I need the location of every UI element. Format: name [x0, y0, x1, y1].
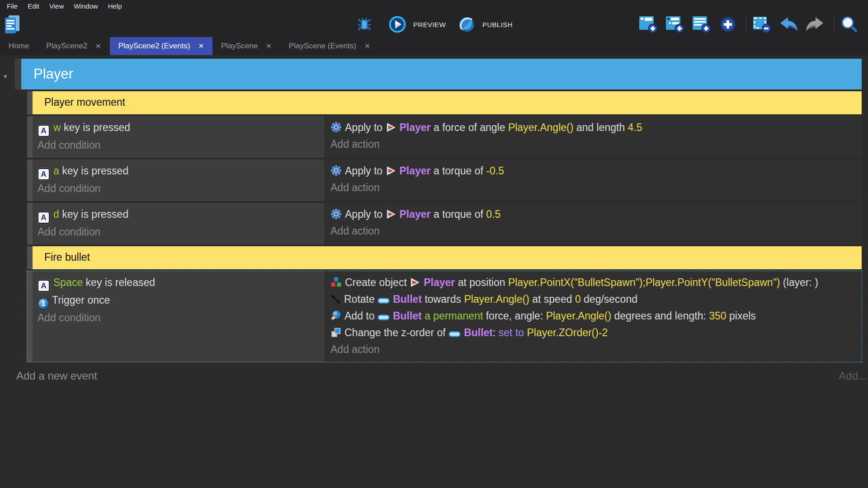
- undo-button[interactable]: [778, 16, 802, 33]
- toolbar: PREVIEW PUBLISH: [0, 12, 868, 37]
- add-condition-button[interactable]: Add condition: [38, 137, 325, 154]
- action[interactable]: Change the z-order of Bullet: set to Pla…: [330, 324, 862, 341]
- action[interactable]: Apply to Player a torque of 0.5: [330, 206, 862, 223]
- bullet-object-icon: [377, 314, 390, 321]
- delete-selection-button[interactable]: [751, 15, 776, 33]
- add-condition-button[interactable]: Add condition: [38, 310, 325, 326]
- menu-window[interactable]: Window: [69, 2, 103, 10]
- add-subevent-button[interactable]: [664, 15, 689, 33]
- collapse-caret-icon[interactable]: ▾: [4, 72, 7, 80]
- search-button[interactable]: [839, 15, 863, 33]
- add-condition-button[interactable]: Add condition: [38, 224, 325, 240]
- tab-playscene-events[interactable]: PlayScene (Events)✕: [280, 37, 379, 55]
- comment-text[interactable]: Player movement: [33, 91, 862, 114]
- event-group-header[interactable]: Player: [21, 59, 862, 89]
- action[interactable]: Apply to Player a force of angle Player.…: [330, 119, 862, 136]
- action[interactable]: Add to Bullet a permanent force, angle: …: [330, 308, 862, 324]
- text-token: at speed: [529, 293, 575, 305]
- text-token: Player.PointX("BulletSpawn");Player.Poin…: [508, 277, 780, 288]
- condition[interactable]: Ad key is pressed: [38, 206, 325, 224]
- event-row: ASpace key is released1Trigger onceAdd c…: [27, 271, 862, 362]
- player-object-icon: [410, 277, 420, 288]
- tab-label: Home: [9, 42, 29, 51]
- tab-label: PlayScene (Events): [289, 42, 356, 51]
- tab-home[interactable]: Home: [0, 37, 38, 55]
- event-group-row: Player: [15, 59, 862, 89]
- text-token: key is pressed: [59, 208, 128, 220]
- add-event-icon: [639, 15, 658, 33]
- add-comment-icon: [692, 15, 711, 33]
- conditions-cell: Ad key is pressedAdd condition: [33, 203, 325, 244]
- conditions-cell: Aa key is pressedAdd condition: [33, 160, 325, 201]
- keyboard-key-icon: A: [38, 168, 50, 180]
- redo-button[interactable]: [804, 16, 829, 33]
- close-tab-icon[interactable]: ✕: [95, 42, 101, 50]
- add-action-button[interactable]: Add action: [330, 223, 862, 239]
- menu-view[interactable]: View: [44, 2, 69, 10]
- condition[interactable]: 1Trigger once: [38, 292, 325, 310]
- events-footer: Add a new event Add...: [16, 370, 867, 382]
- add-new-event-button[interactable]: Add a new event: [16, 370, 97, 382]
- menu-edit[interactable]: Edit: [23, 2, 44, 10]
- text-token: degrees and length:: [611, 310, 709, 322]
- tab-playscene[interactable]: PlayScene✕: [212, 37, 280, 55]
- add-button[interactable]: Add...: [839, 370, 867, 382]
- preview-icon: [388, 15, 406, 33]
- close-tab-icon[interactable]: ✕: [198, 42, 204, 50]
- close-tab-icon[interactable]: ✕: [364, 42, 370, 50]
- redo-icon: [806, 16, 825, 33]
- actions-cell: Apply to Player a torque of -0.5Add acti…: [325, 160, 862, 201]
- add-comment-button[interactable]: [691, 15, 716, 33]
- text-token: Bullet: [464, 327, 493, 338]
- text-token: a torque of: [431, 208, 486, 220]
- group-spine: [15, 59, 21, 89]
- add-condition-button[interactable]: Add condition: [38, 180, 325, 197]
- preview-button[interactable]: PREVIEW: [385, 15, 449, 33]
- delete-selection-icon: [752, 15, 771, 33]
- trigger-once-icon: 1: [38, 298, 49, 310]
- text-token: a force of angle: [431, 122, 508, 133]
- actions-cell: Apply to Player a force of angle Player.…: [325, 116, 862, 158]
- gdevelop-logo-icon: [5, 15, 20, 34]
- event-drag-handle: [27, 116, 33, 158]
- text-token: Player: [400, 122, 431, 133]
- search-icon: [840, 15, 858, 33]
- text-token: Bullet: [393, 310, 422, 322]
- tab-playscene2-events[interactable]: PlayScene2 (Events)✕: [110, 37, 212, 55]
- keyboard-key-icon: A: [38, 125, 50, 137]
- create-object-icon: [330, 277, 342, 288]
- add-action-button[interactable]: Add action: [330, 179, 862, 196]
- publish-icon: [458, 15, 476, 33]
- publish-button[interactable]: PUBLISH: [454, 15, 516, 33]
- event-drag-handle: [27, 203, 33, 244]
- event-drag-handle: [27, 246, 33, 269]
- toolbar-center: PREVIEW PUBLISH: [352, 15, 516, 33]
- add-event-button[interactable]: [637, 15, 662, 33]
- tab-label: PlayScene2: [46, 42, 87, 51]
- action[interactable]: Rotate Bullet towards Player.Angle() at …: [330, 291, 862, 308]
- action[interactable]: Create object Player at position Player.…: [330, 274, 862, 291]
- add-action-button[interactable]: Add action: [330, 136, 862, 153]
- menu-help[interactable]: Help: [103, 2, 127, 10]
- comment-text[interactable]: Fire bullet: [33, 246, 862, 269]
- tab-bar: HomePlayScene2✕PlayScene2 (Events)✕PlayS…: [0, 37, 868, 55]
- action[interactable]: Apply to Player a torque of -0.5: [330, 163, 862, 179]
- condition[interactable]: Aw key is pressed: [38, 119, 325, 137]
- text-token: a: [53, 165, 59, 177]
- player-object-icon: [386, 122, 396, 133]
- add-circle-button[interactable]: [717, 15, 741, 33]
- text-token: deg/second: [581, 293, 637, 305]
- add-action-button[interactable]: Add action: [330, 341, 862, 358]
- text-token: d: [53, 208, 59, 220]
- text-token: (layer: ): [780, 277, 818, 288]
- event-drag-handle: [27, 160, 33, 201]
- events-sheet: ▾ Player Player movementAw key is presse…: [0, 55, 868, 382]
- debug-button[interactable]: [352, 15, 380, 33]
- menu-file[interactable]: File: [2, 2, 23, 10]
- close-tab-icon[interactable]: ✕: [266, 42, 272, 50]
- condition[interactable]: ASpace key is released: [38, 274, 325, 292]
- condition[interactable]: Aa key is pressed: [38, 163, 325, 180]
- text-token: Player.Angle(): [464, 293, 529, 305]
- text-token: towards: [422, 293, 464, 305]
- tab-playscene2[interactable]: PlayScene2✕: [38, 37, 109, 55]
